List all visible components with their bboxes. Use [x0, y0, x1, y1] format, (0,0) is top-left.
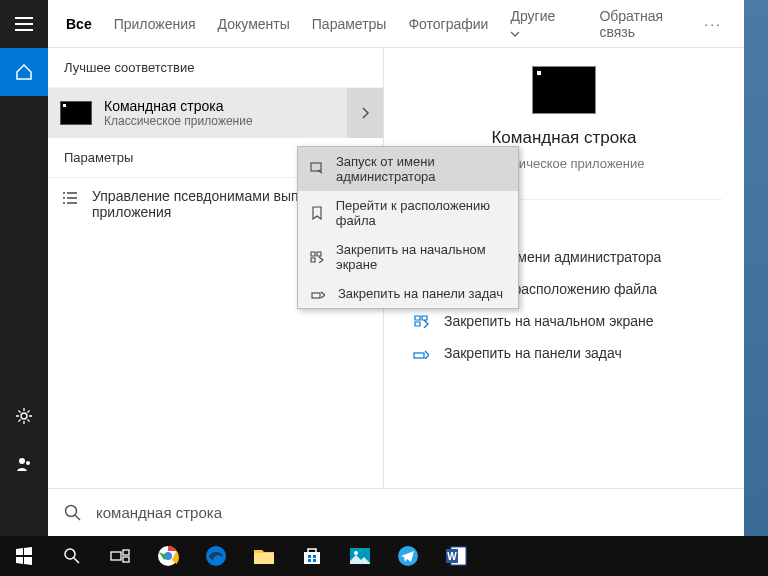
search-content: Все Приложения Документы Параметры Фотог…: [48, 0, 744, 536]
tab-all[interactable]: Все: [66, 16, 92, 32]
svg-point-22: [354, 551, 358, 555]
result-title: Командная строка: [104, 98, 253, 114]
ctx-run-admin[interactable]: Запуск от имени администратора: [298, 147, 518, 191]
desktop-wallpaper-strip: [744, 0, 768, 536]
svg-point-9: [65, 549, 75, 559]
account-button[interactable]: [0, 440, 48, 488]
action-pin-taskbar[interactable]: Закрепить на панели задач: [406, 338, 722, 368]
preview-title: Командная строка: [491, 128, 636, 148]
chrome-taskbar-icon[interactable]: [144, 536, 192, 576]
search-query-text: командная строка: [96, 504, 222, 521]
ctx-open-location[interactable]: Перейти к расположению файла: [298, 191, 518, 235]
task-view-button[interactable]: [96, 536, 144, 576]
svg-rect-11: [123, 550, 129, 555]
svg-rect-17: [308, 555, 311, 558]
result-subtitle: Классическое приложение: [104, 114, 253, 128]
preview-app-icon: [532, 66, 596, 114]
pin-start-icon: [412, 314, 430, 328]
svg-rect-10: [111, 552, 121, 560]
feedback-link[interactable]: Обратная связь: [599, 8, 678, 40]
svg-point-0: [21, 413, 27, 419]
pin-taskbar-icon: [412, 347, 430, 359]
tab-params[interactable]: Параметры: [312, 16, 387, 32]
pin-start-icon: [310, 251, 324, 263]
search-icon: [64, 504, 82, 522]
svg-point-8: [66, 505, 77, 516]
tab-apps[interactable]: Приложения: [114, 16, 196, 32]
tab-docs[interactable]: Документы: [218, 16, 290, 32]
tab-photos[interactable]: Фотографии: [408, 16, 488, 32]
list-settings-icon: [62, 188, 80, 206]
store-taskbar-icon[interactable]: [288, 536, 336, 576]
svg-rect-6: [311, 163, 321, 171]
start-search-panel: Все Приложения Документы Параметры Фотог…: [0, 0, 744, 536]
search-input-row[interactable]: командная строка: [48, 488, 744, 536]
search-filter-tabs: Все Приложения Документы Параметры Фотог…: [48, 0, 744, 48]
word-taskbar-icon[interactable]: W: [432, 536, 480, 576]
edge-taskbar-icon[interactable]: [192, 536, 240, 576]
svg-rect-20: [313, 559, 316, 562]
hamburger-menu-button[interactable]: [0, 0, 48, 48]
search-left-rail: [0, 0, 48, 536]
result-expand-button[interactable]: [347, 88, 383, 138]
svg-rect-5: [414, 353, 424, 358]
svg-point-1: [19, 458, 25, 464]
svg-rect-7: [312, 293, 320, 298]
best-match-result[interactable]: Командная строка Классическое приложение: [48, 88, 383, 138]
best-match-header: Лучшее соответствие: [48, 48, 383, 88]
folder-location-icon: [310, 206, 324, 220]
cmd-icon: [60, 101, 92, 125]
action-pin-start[interactable]: Закрепить на начальном экране: [406, 306, 722, 336]
svg-rect-19: [308, 559, 311, 562]
pin-taskbar-icon: [310, 289, 326, 299]
svg-rect-12: [123, 557, 129, 562]
svg-rect-16: [304, 552, 320, 564]
more-options-button[interactable]: ···: [700, 16, 726, 32]
taskbar-search-button[interactable]: [48, 536, 96, 576]
file-explorer-taskbar-icon[interactable]: [240, 536, 288, 576]
settings-gear-button[interactable]: [0, 392, 48, 440]
telegram-taskbar-icon[interactable]: [384, 536, 432, 576]
photos-taskbar-icon[interactable]: [336, 536, 384, 576]
svg-text:W: W: [447, 551, 457, 562]
tab-more[interactable]: Другие: [510, 8, 555, 40]
context-menu: Запуск от имени администратора Перейти к…: [297, 146, 519, 309]
taskbar: W: [0, 536, 768, 576]
ctx-pin-start[interactable]: Закрепить на начальном экране: [298, 235, 518, 279]
ctx-pin-taskbar[interactable]: Закрепить на панели задач: [298, 279, 518, 308]
home-button[interactable]: [0, 48, 48, 96]
start-button[interactable]: [0, 536, 48, 576]
admin-shield-icon: [310, 162, 324, 176]
svg-rect-18: [313, 555, 316, 558]
svg-point-2: [26, 461, 30, 465]
